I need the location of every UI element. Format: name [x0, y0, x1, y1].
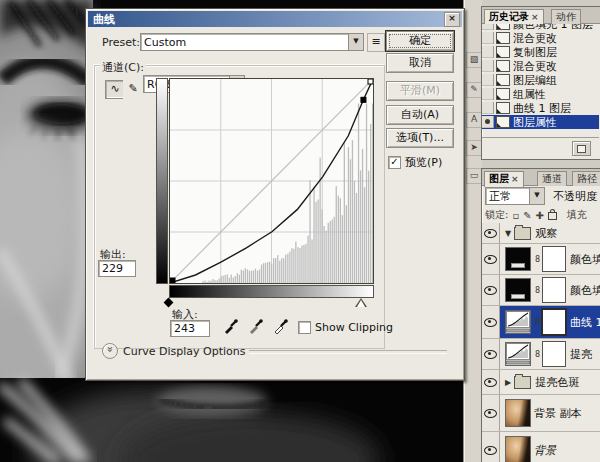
output-field[interactable]: 229: [98, 260, 136, 277]
white-point-eyedropper[interactable]: [273, 318, 289, 334]
show-clipping-label: Show Clipping: [315, 321, 393, 334]
history-brush-source[interactable]: [482, 116, 494, 128]
layer-row[interactable]: 8 颜色填充 1: [482, 275, 600, 306]
history-palette-footer: [482, 137, 599, 158]
visibility-toggle[interactable]: [482, 275, 500, 305]
tab-layers-label: 图层: [489, 173, 509, 184]
tab-actions[interactable]: 动作: [551, 9, 581, 24]
edit-points-tool-button[interactable]: ∿: [105, 80, 125, 99]
history-brush-source[interactable]: [482, 32, 494, 44]
layer-thumbnail[interactable]: [505, 342, 531, 366]
layer-name[interactable]: 颜色填充 1: [570, 283, 600, 298]
visibility-toggle[interactable]: [482, 244, 500, 274]
layer-row[interactable]: 背景 副本: [482, 395, 600, 432]
lock-paint-icon[interactable]: ✎: [523, 210, 531, 221]
history-item[interactable]: 图层属性: [482, 115, 599, 129]
shape-tool-icon[interactable]: ▭: [466, 168, 482, 184]
lock-all-icon[interactable]: [548, 212, 557, 220]
layer-thumbnail[interactable]: [505, 247, 531, 271]
history-item[interactable]: 混合更改: [482, 59, 599, 73]
history-brush-source[interactable]: [482, 88, 494, 100]
tab-close-icon[interactable]: ×: [531, 12, 539, 22]
history-brush-source[interactable]: [482, 102, 494, 114]
black-point-eyedropper[interactable]: [223, 318, 239, 334]
layer-name[interactable]: 提亮: [570, 347, 592, 362]
lock-transparency-icon[interactable]: ▫: [512, 210, 519, 221]
history-brush-source[interactable]: [482, 60, 494, 72]
preset-menu-button[interactable]: ≡: [367, 33, 385, 52]
visibility-toggle[interactable]: [482, 339, 500, 369]
visibility-toggle[interactable]: [482, 370, 500, 394]
visibility-toggle[interactable]: [482, 395, 500, 431]
chevron-down-icon[interactable]: ▼: [529, 188, 544, 204]
blend-mode-value: 正常: [486, 189, 529, 204]
layer-row[interactable]: 8 颜色填充 1: [482, 244, 600, 275]
layer-name[interactable]: 提亮色斑: [535, 375, 579, 390]
visibility-toggle[interactable]: [482, 306, 500, 338]
brush-tool-icon[interactable]: ✎: [466, 82, 482, 98]
layer-row[interactable]: 8 提亮: [482, 339, 600, 370]
new-snapshot-button[interactable]: [572, 141, 591, 156]
history-item[interactable]: 混合更改: [482, 31, 599, 45]
history-item[interactable]: 组属性: [482, 87, 599, 101]
layer-mask-thumbnail[interactable]: [542, 277, 566, 303]
tab-actions-label: 动作: [556, 11, 576, 22]
preview-checkbox[interactable]: ✓: [388, 156, 401, 169]
history-item-label: 曲线 1 图层: [513, 101, 571, 116]
curve-grid[interactable]: [169, 78, 374, 284]
tab-history[interactable]: 历史记录×: [484, 9, 544, 25]
layer-row[interactable]: 8 曲线 1: [482, 306, 600, 339]
layer-name[interactable]: 背景: [534, 443, 556, 458]
chevron-down-icon[interactable]: ▼: [348, 34, 363, 50]
curve-display-options-expander[interactable]: [102, 343, 118, 359]
history-brush-source[interactable]: [482, 46, 494, 58]
ok-button[interactable]: 确定: [386, 31, 454, 51]
options-button[interactable]: 选项(T)...: [386, 128, 454, 148]
expand-arrow-icon[interactable]: ▼: [505, 229, 511, 238]
history-state-icon: [496, 60, 510, 72]
layer-thumbnail[interactable]: [505, 278, 531, 302]
history-state-icon: [496, 88, 510, 100]
tab-layers[interactable]: 图层×: [484, 171, 524, 187]
preset-select[interactable]: Custom ▼: [140, 33, 364, 51]
layer-thumbnail[interactable]: [505, 399, 531, 427]
history-item[interactable]: 曲线 1 图层: [482, 101, 599, 115]
history-brush-source[interactable]: [482, 24, 494, 30]
cancel-button[interactable]: 取消: [386, 53, 454, 73]
history-item[interactable]: 图层编组: [482, 73, 599, 87]
visibility-toggle[interactable]: [482, 223, 500, 243]
layer-thumbnail[interactable]: [505, 310, 531, 334]
history-item[interactable]: 复制图层: [482, 45, 599, 59]
tab-channels[interactable]: 通道: [537, 171, 567, 186]
history-brush-source[interactable]: [482, 74, 494, 86]
tab-close-icon[interactable]: ×: [511, 174, 519, 184]
visibility-toggle[interactable]: [482, 432, 500, 462]
type-tool-icon[interactable]: A: [466, 112, 482, 128]
pencil-tool-button[interactable]: ✎: [123, 80, 143, 99]
layer-mask-thumbnail[interactable]: [542, 341, 566, 367]
auto-button[interactable]: 自动(A): [386, 105, 454, 125]
show-clipping-checkrow: Show Clipping: [298, 321, 393, 334]
lock-move-icon[interactable]: ✚: [536, 210, 544, 221]
curve-plot[interactable]: [170, 79, 373, 283]
layer-name[interactable]: 观察: [535, 226, 557, 241]
gray-point-eyedropper[interactable]: [248, 318, 264, 334]
layer-mask-thumbnail[interactable]: [541, 308, 567, 336]
tab-paths[interactable]: 路径: [572, 171, 600, 186]
marquee-tool-icon[interactable]: ▧: [466, 52, 482, 68]
layer-name[interactable]: 曲线 1: [570, 315, 600, 330]
layer-name[interactable]: 背景 副本: [534, 406, 582, 421]
close-icon[interactable]: ×: [444, 12, 460, 27]
layer-mask-thumbnail[interactable]: [542, 246, 566, 272]
input-field[interactable]: 243: [170, 320, 210, 337]
layer-row[interactable]: ▶ 提亮色斑: [482, 370, 600, 395]
blend-mode-select[interactable]: 正常 ▼: [485, 187, 545, 205]
layer-row[interactable]: 背景: [482, 432, 600, 462]
dialog-titlebar[interactable]: 曲线 ×: [88, 11, 462, 27]
layer-row[interactable]: ▼ 观察: [482, 223, 600, 244]
layer-thumbnail[interactable]: [505, 436, 531, 462]
layer-name[interactable]: 颜色填充 1: [570, 252, 600, 267]
expand-arrow-icon[interactable]: ▶: [505, 378, 511, 387]
show-clipping-checkbox[interactable]: [298, 321, 311, 334]
path-select-tool-icon[interactable]: ➤: [466, 140, 482, 156]
